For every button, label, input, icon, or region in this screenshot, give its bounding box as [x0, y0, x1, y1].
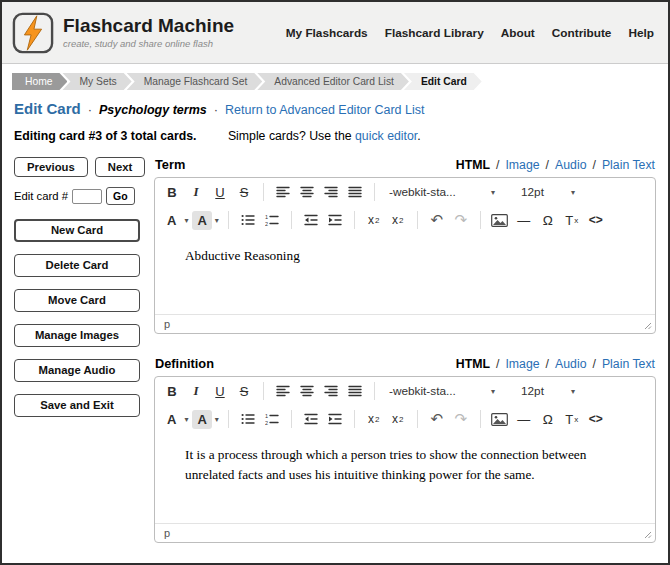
font-size-value: 12pt — [521, 384, 544, 398]
delete-card-button[interactable]: Delete Card — [14, 254, 140, 277]
font-family-select[interactable]: -webkit-sta... ▾ — [382, 181, 500, 204]
manage-images-button[interactable]: Manage Images — [14, 324, 140, 347]
mode-html-label: HTML — [456, 158, 490, 172]
element-path: p — [164, 318, 170, 330]
breadcrumb-edit-card[interactable]: Edit Card — [404, 73, 482, 90]
breadcrumb-home[interactable]: Home — [12, 73, 67, 90]
term-content-area[interactable]: Abductive Reasoning — [155, 234, 655, 314]
subscript-button[interactable]: x2 — [362, 408, 386, 431]
previous-button[interactable]: Previous — [14, 157, 88, 177]
save-and-exit-button[interactable]: Save and Exit — [14, 394, 140, 417]
clear-formatting-button[interactable]: Tx — [560, 209, 584, 232]
clear-formatting-button[interactable]: Tx — [560, 408, 584, 431]
mode-plain-text-link[interactable]: Plain Text — [602, 158, 655, 172]
breadcrumb-my-sets[interactable]: My Sets — [62, 73, 131, 90]
background-color-button[interactable]: A ▾ — [190, 410, 220, 429]
chevron-down-icon: ▾ — [184, 415, 188, 424]
underline-button[interactable]: U — [208, 380, 232, 403]
mode-separator: / — [546, 357, 549, 371]
indent-button[interactable] — [323, 209, 347, 232]
resize-handle[interactable] — [643, 321, 652, 330]
next-button[interactable]: Next — [95, 157, 146, 177]
bullet-list-button[interactable] — [236, 408, 260, 431]
definition-content-area[interactable]: It is a process through which a person t… — [155, 433, 655, 523]
nav-flashcard-library[interactable]: Flashcard Library — [385, 26, 484, 40]
manage-audio-button[interactable]: Manage Audio — [14, 359, 140, 382]
align-right-button[interactable] — [319, 181, 343, 204]
new-card-button[interactable]: New Card — [14, 219, 140, 242]
indent-button[interactable] — [323, 408, 347, 431]
breadcrumb-advanced-editor-card-list[interactable]: Advanced Editor Card List — [257, 73, 409, 90]
app-header: Flashcard Machine create, study and shar… — [2, 2, 668, 64]
strikethrough-button[interactable]: S — [232, 380, 256, 403]
outdent-button[interactable] — [299, 209, 323, 232]
chevron-down-icon: ▾ — [571, 188, 575, 197]
outdent-button[interactable] — [299, 408, 323, 431]
horizontal-rule-button[interactable]: — — [512, 408, 536, 431]
subscript-base: x — [368, 412, 374, 426]
bullet-list-button[interactable] — [236, 209, 260, 232]
move-card-button[interactable]: Move Card — [14, 289, 140, 312]
subscript-button[interactable]: x2 — [362, 209, 386, 232]
align-right-button[interactable] — [319, 380, 343, 403]
go-button[interactable]: Go — [106, 187, 135, 205]
mode-image-link[interactable]: Image — [505, 357, 539, 371]
insert-image-button[interactable] — [488, 408, 512, 431]
strikethrough-button[interactable]: S — [232, 181, 256, 204]
sentence-period: . — [417, 129, 420, 143]
special-character-button[interactable]: Ω — [536, 209, 560, 232]
text-color-button[interactable]: A ▾ — [160, 211, 190, 230]
resize-handle[interactable] — [643, 530, 652, 539]
superscript-button[interactable]: x2 — [386, 408, 410, 431]
edit-card-number-input[interactable] — [72, 189, 102, 204]
mode-audio-link[interactable]: Audio — [555, 158, 586, 172]
superscript-button[interactable]: x2 — [386, 209, 410, 232]
align-justify-button[interactable] — [343, 181, 367, 204]
quick-editor-link[interactable]: quick editor — [355, 129, 417, 143]
font-family-value: -webkit-sta... — [389, 185, 456, 199]
separator-dot: · — [88, 102, 92, 117]
mode-plain-text-link[interactable]: Plain Text — [602, 357, 655, 371]
chevron-down-icon: ▾ — [571, 387, 575, 396]
align-left-button[interactable] — [271, 181, 295, 204]
undo-button[interactable]: ↶ — [425, 408, 449, 431]
align-left-button[interactable] — [271, 380, 295, 403]
insert-image-button[interactable] — [488, 209, 512, 232]
underline-button[interactable]: U — [208, 181, 232, 204]
special-character-button[interactable]: Ω — [536, 408, 560, 431]
horizontal-rule-button[interactable]: — — [512, 209, 536, 232]
background-color-button[interactable]: A ▾ — [190, 211, 220, 230]
numbered-list-button[interactable]: 12 — [260, 408, 284, 431]
font-family-select[interactable]: -webkit-sta... ▾ — [382, 380, 500, 403]
align-justify-button[interactable] — [343, 380, 367, 403]
source-code-button[interactable]: <> — [584, 209, 608, 232]
undo-button[interactable]: ↶ — [425, 209, 449, 232]
redo-button[interactable]: ↷ — [449, 408, 473, 431]
font-size-select[interactable]: 12pt ▾ — [514, 380, 580, 403]
nav-help[interactable]: Help — [628, 26, 654, 40]
toolbar-divider — [417, 211, 418, 229]
numbered-list-button[interactable]: 12 — [260, 209, 284, 232]
flashcard-machine-logo-icon[interactable] — [12, 12, 54, 54]
mode-image-link[interactable]: Image — [505, 158, 539, 172]
text-color-button[interactable]: A ▾ — [160, 410, 190, 429]
mode-audio-link[interactable]: Audio — [555, 357, 586, 371]
nav-about[interactable]: About — [501, 26, 535, 40]
italic-button[interactable]: I — [184, 380, 208, 403]
mode-separator: / — [592, 158, 595, 172]
return-to-advanced-editor-link[interactable]: Return to Advanced Editor Card List — [225, 103, 424, 117]
editor-column: Term HTML / Image / Audio / Plain Text B — [154, 157, 656, 543]
breadcrumb-manage-flashcard-set[interactable]: Manage Flashcard Set — [127, 73, 263, 90]
bold-button[interactable]: B — [160, 181, 184, 204]
nav-my-flashcards[interactable]: My Flashcards — [286, 26, 368, 40]
italic-button[interactable]: I — [184, 181, 208, 204]
redo-button[interactable]: ↷ — [449, 209, 473, 232]
nav-contribute[interactable]: Contribute — [552, 26, 612, 40]
bold-button[interactable]: B — [160, 380, 184, 403]
align-center-button[interactable] — [295, 380, 319, 403]
align-center-button[interactable] — [295, 181, 319, 204]
font-size-select[interactable]: 12pt ▾ — [514, 181, 580, 204]
toolbar-divider — [480, 211, 481, 229]
brand-block[interactable]: Flashcard Machine create, study and shar… — [63, 16, 234, 49]
source-code-button[interactable]: <> — [584, 408, 608, 431]
